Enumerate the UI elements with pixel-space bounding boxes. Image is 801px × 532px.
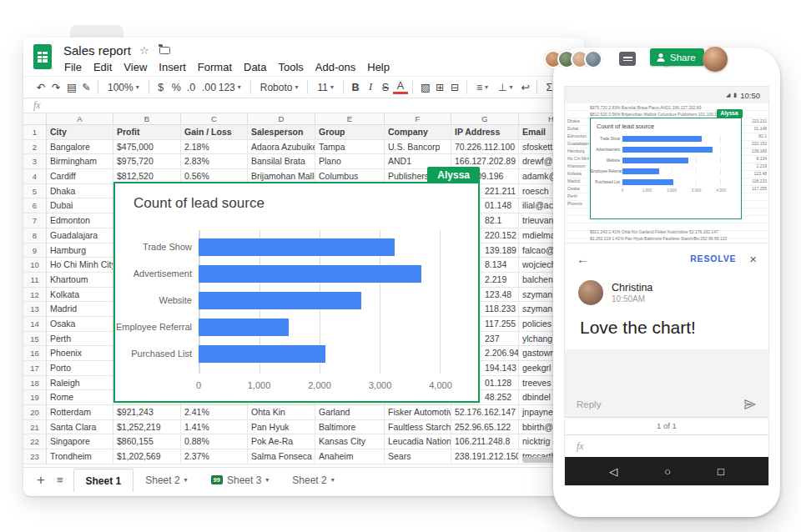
cell-D1[interactable]: Salesperson xyxy=(248,125,315,140)
row-header-15[interactable]: 15 xyxy=(23,332,47,347)
mini-chart[interactable]: Alyssa Count of lead source Trade ShowAd… xyxy=(590,118,742,219)
row-header-16[interactable]: 16 xyxy=(23,346,47,361)
row-header-9[interactable]: 9 xyxy=(23,243,47,258)
android-home-button[interactable]: ○ xyxy=(664,465,671,478)
print-icon[interactable]: ▤ xyxy=(63,81,78,93)
row-header-1[interactable]: 1 xyxy=(23,125,47,140)
row-header-20[interactable]: 20 xyxy=(23,405,47,420)
row-header-6[interactable]: 6 xyxy=(23,198,47,213)
row-header-11[interactable]: 11 xyxy=(23,273,47,288)
row-header-2[interactable]: 2 xyxy=(23,140,47,155)
sheet-tab-sheet-3[interactable]: 99Sheet 3▾ xyxy=(199,468,281,492)
fill-color-icon[interactable]: ▧ xyxy=(417,81,432,93)
cell-D2[interactable]: Adaora Azubuike xyxy=(248,140,315,155)
send-icon[interactable] xyxy=(743,398,757,411)
cell-A4[interactable]: Cardiff xyxy=(47,169,113,184)
cell-E2[interactable]: Tampa xyxy=(315,140,385,155)
cell-E3[interactable]: Plano xyxy=(315,154,385,169)
redo-icon[interactable]: ↷ xyxy=(48,81,63,93)
column-header-A[interactable]: A xyxy=(47,113,113,125)
cell-D21[interactable]: Pan Hyuk xyxy=(248,420,315,435)
chart-bar[interactable] xyxy=(199,265,421,283)
text-wrap-icon[interactable]: ↩ xyxy=(517,81,532,93)
text-color-icon[interactable]: A xyxy=(393,81,408,94)
number-format-select[interactable]: 123▾ xyxy=(214,82,246,93)
cell-D20[interactable]: Ohta Kin xyxy=(248,405,315,420)
paint-format-icon[interactable]: ✎ xyxy=(78,81,93,93)
row-header-19[interactable]: 19 xyxy=(23,390,47,405)
column-header-G[interactable]: G xyxy=(451,113,519,125)
font-select[interactable]: Roboto▾ xyxy=(255,82,304,93)
cell-G21[interactable]: 252.96.65.122 xyxy=(451,420,519,435)
cell-B21[interactable]: $1,252,219 xyxy=(113,420,181,435)
column-header-D[interactable]: D xyxy=(248,113,315,125)
row-header-10[interactable]: 10 xyxy=(23,258,47,273)
sheet-tab-sheet-2[interactable]: Sheet 2▾ xyxy=(280,468,345,492)
phone-formula-bar[interactable]: fx xyxy=(565,435,768,457)
menu-tools[interactable]: Tools xyxy=(272,60,309,74)
column-header-E[interactable]: E xyxy=(315,113,385,125)
row-header-5[interactable]: 5 xyxy=(23,184,47,199)
cell-F20[interactable]: Fisker Automotive xyxy=(385,405,451,420)
merge-cells-icon[interactable]: ⊟ xyxy=(447,81,462,93)
cell-D22[interactable]: Pok Ae-Ra xyxy=(248,434,315,449)
row-header-17[interactable]: 17 xyxy=(23,361,47,376)
cell-D23[interactable]: Salma Fonseca xyxy=(248,449,315,464)
menu-add-ons[interactable]: Add-ons xyxy=(310,60,361,74)
resolve-button[interactable]: RESOLVE xyxy=(690,253,736,263)
currency-icon[interactable]: $ xyxy=(154,82,169,93)
chart-bar[interactable] xyxy=(199,292,361,309)
android-back-button[interactable]: ◁ xyxy=(609,465,617,478)
cell-A1[interactable]: City xyxy=(47,125,113,140)
cell-A23[interactable]: Trondheim xyxy=(47,449,113,464)
cell-C21[interactable]: 1.41% xyxy=(181,420,248,435)
cell-A21[interactable]: Santa Clara xyxy=(47,420,113,435)
row-header-18[interactable]: 18 xyxy=(23,376,47,391)
cell-E21[interactable]: Baltimore xyxy=(315,420,385,435)
cell-A12[interactable]: Kolkata xyxy=(47,288,113,303)
cell-C20[interactable]: 2.41% xyxy=(181,405,248,420)
row-header-4[interactable]: 4 xyxy=(23,169,47,184)
cell-G23[interactable]: 238.191.212.150 xyxy=(451,449,519,464)
cell-F23[interactable]: Sears xyxy=(385,449,451,464)
cell-G1[interactable]: IP Address xyxy=(451,125,519,140)
cell-G20[interactable]: 52.176.162.147 xyxy=(451,405,519,420)
borders-icon[interactable]: ⊞ xyxy=(432,81,447,93)
cell-A6[interactable]: Dubai xyxy=(47,198,113,213)
cell-E23[interactable]: Anaheim xyxy=(315,449,385,464)
cell-A20[interactable]: Rotterdam xyxy=(47,405,113,420)
all-sheets-icon[interactable]: ≡ xyxy=(53,474,73,486)
cell-A3[interactable]: Birmingham xyxy=(47,154,113,169)
menu-view[interactable]: View xyxy=(118,60,153,74)
cell-A15[interactable]: Perth xyxy=(47,332,113,347)
horizontal-align-select[interactable]: ≡▾ xyxy=(471,82,493,93)
chart-bar[interactable] xyxy=(199,238,395,256)
cell-B23[interactable]: $1,202,569 xyxy=(113,449,181,464)
cell-F21[interactable]: Faultless Starch/Bo xyxy=(385,420,451,435)
row-header-7[interactable]: 7 xyxy=(23,213,47,228)
cell-B2[interactable]: $475,000 xyxy=(113,140,181,155)
sheet-tab-sheet-2[interactable]: Sheet 2▾ xyxy=(134,468,199,492)
row-header-23[interactable]: 23 xyxy=(23,449,47,464)
cell-E1[interactable]: Group xyxy=(315,125,385,140)
cell-A10[interactable]: Ho Chi Minh City xyxy=(47,258,113,273)
cell-A8[interactable]: Guadalajara xyxy=(47,228,113,243)
cell-C23[interactable]: 2.37% xyxy=(181,449,248,464)
row-header-13[interactable]: 13 xyxy=(23,302,47,317)
row-header-22[interactable]: 22 xyxy=(23,434,47,449)
cell-E20[interactable]: Garland xyxy=(315,405,385,420)
menu-data[interactable]: Data xyxy=(238,60,272,74)
star-icon[interactable]: ☆ xyxy=(139,44,149,57)
cell-F2[interactable]: U.S. Bancorp xyxy=(385,140,451,155)
cell-A9[interactable]: Hamburg xyxy=(47,243,113,258)
reply-input[interactable]: Reply xyxy=(577,399,737,409)
vertical-align-select[interactable]: ⊥▾ xyxy=(493,82,517,93)
folder-icon[interactable] xyxy=(159,47,170,54)
cell-F22[interactable]: Leucadia National xyxy=(385,434,451,449)
android-recents-button[interactable]: □ xyxy=(718,465,724,478)
increase-decimal-icon[interactable]: .00 xyxy=(199,82,214,93)
row-header-14[interactable]: 14 xyxy=(23,317,47,332)
sheet-tab-sheet-1[interactable]: Sheet 1 xyxy=(73,469,134,492)
cell-A17[interactable]: Porto xyxy=(47,361,113,376)
menu-insert[interactable]: Insert xyxy=(153,60,192,74)
